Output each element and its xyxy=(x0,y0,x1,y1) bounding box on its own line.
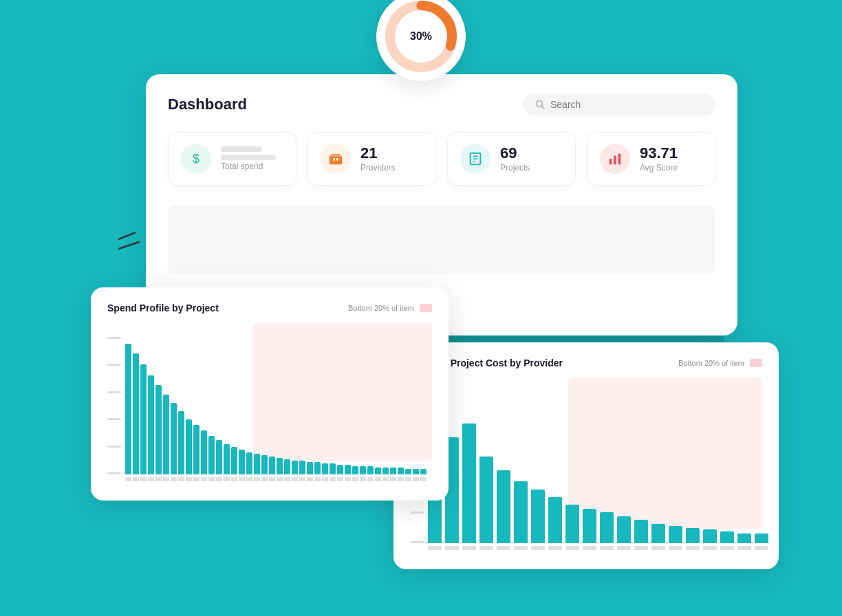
chart1-x-tick xyxy=(254,477,260,481)
svg-line-5 xyxy=(542,107,545,109)
chart2-x-tick xyxy=(445,546,459,550)
stat-info-providers: 21 Providers xyxy=(360,145,396,173)
chart1-x-tick xyxy=(224,477,230,481)
stat-value-projects: 69 xyxy=(500,145,530,162)
chart1-bar xyxy=(201,430,207,474)
chart2-x-tick xyxy=(686,546,700,550)
chart1-x-tick xyxy=(405,477,411,481)
chart2-x-tick xyxy=(428,546,442,550)
chart2-legend-label: Bottom 20% of item xyxy=(678,359,744,367)
svg-rect-14 xyxy=(609,159,612,164)
chart1-x-tick xyxy=(208,477,215,481)
chart2-bar xyxy=(720,531,734,543)
chart-spend-profile: Spend Profile by Project Bottom 20% of i… xyxy=(91,287,449,500)
chart1-bar xyxy=(193,425,199,474)
search-input[interactable] xyxy=(550,99,703,110)
chart2-x-tick xyxy=(600,546,614,550)
stat-icon-providers xyxy=(321,144,351,174)
donut-chart: 30% xyxy=(376,0,466,81)
stat-avg-score: 93.71 Avg Score xyxy=(587,132,715,186)
chart1-bar xyxy=(398,468,404,474)
chart1-legend: Bottom 20% of item xyxy=(348,304,432,312)
chart1-bar xyxy=(292,461,298,474)
svg-rect-7 xyxy=(332,154,341,157)
chart1-x-tick xyxy=(307,477,313,481)
chart1-bar xyxy=(420,469,427,474)
chart2-bar xyxy=(531,490,545,543)
donut-percentage: 30% xyxy=(410,30,432,43)
chart1-x-tick xyxy=(171,477,177,481)
chart1-bar xyxy=(413,469,419,474)
chart2-bar xyxy=(565,505,579,543)
stat-projects: 69 Projects xyxy=(447,132,576,186)
chart2-x-tick xyxy=(634,546,648,550)
stat-info-spend: Total spend xyxy=(221,146,276,171)
chart1-x-tick xyxy=(284,477,290,481)
chart2-x-ticks xyxy=(428,546,762,550)
stat-total-spend: $ Total spend xyxy=(168,132,296,186)
chart1-x-tick xyxy=(322,477,328,481)
chart2-bar xyxy=(634,520,648,543)
chart1-x-tick xyxy=(261,477,268,481)
chart1-x-tick xyxy=(413,477,419,481)
chart1-x-tick xyxy=(314,477,321,481)
chart1-x-tick xyxy=(330,477,336,481)
chart1-x-tick xyxy=(352,477,358,481)
chart2-x-tick xyxy=(497,546,510,550)
chart2-bar xyxy=(755,534,768,543)
stat-label-providers: Providers xyxy=(360,163,396,173)
chart1-bar xyxy=(186,419,192,474)
stat-info-avg-score: 93.71 Avg Score xyxy=(640,145,678,173)
chart1-bar xyxy=(382,468,389,474)
chart1-bar xyxy=(314,462,321,474)
chart1-x-tick xyxy=(337,477,343,481)
stat-icon-spend: $ xyxy=(181,144,211,174)
chart1-bar xyxy=(307,462,313,474)
stat-icon-avg-score xyxy=(600,144,630,174)
chart1-x-tick xyxy=(390,477,396,481)
stat-icon-projects xyxy=(460,144,490,174)
chart2-x-tick xyxy=(514,546,528,550)
chart1-x-tick xyxy=(382,477,389,481)
chart1-x-tick xyxy=(125,477,131,481)
chart2-x-tick xyxy=(479,546,493,550)
chart1-bar xyxy=(360,466,366,474)
chart1-bar xyxy=(277,458,283,474)
chart1-bar xyxy=(224,444,230,474)
chart1-x-tick xyxy=(178,477,184,481)
chart1-x-tick xyxy=(186,477,192,481)
svg-rect-16 xyxy=(618,154,621,165)
chart2-bar xyxy=(497,470,510,543)
chart1-bar xyxy=(405,469,411,474)
stat-info-projects: 69 Projects xyxy=(500,145,530,173)
chart-avg-cost: Average Project Cost by Provider Bottom … xyxy=(393,342,779,569)
chart2-x-tick xyxy=(651,546,665,550)
chart-preview-area xyxy=(168,205,715,274)
stat-label-projects: Projects xyxy=(500,163,530,173)
chart1-x-tick xyxy=(193,477,199,481)
chart2-bar xyxy=(686,528,700,543)
chart1-title: Spend Profile by Project xyxy=(107,302,219,314)
chart1-bar xyxy=(216,440,222,474)
chart1-x-tick xyxy=(155,477,162,481)
chart1-bar xyxy=(239,450,245,474)
chart2-x-tick xyxy=(548,546,562,550)
chart1-bar xyxy=(261,455,268,474)
chart2-bar xyxy=(548,497,562,543)
search-icon xyxy=(535,100,545,109)
chart1-x-tick xyxy=(277,477,283,481)
chart1-x-ticks xyxy=(125,477,432,481)
chart2-bar xyxy=(669,526,682,543)
chart1-x-tick xyxy=(246,477,252,481)
chart2-bars xyxy=(428,392,768,543)
chart1-bar xyxy=(375,468,381,474)
chart1-bar xyxy=(367,466,374,474)
chart2-x-tick xyxy=(755,546,768,550)
search-bar[interactable] xyxy=(523,94,715,116)
chart2-bar xyxy=(651,524,665,543)
chart2-x-tick xyxy=(462,546,476,550)
chart1-bar xyxy=(345,465,351,474)
chart1-legend-label: Bottom 20% of item xyxy=(348,304,414,312)
chart1-x-tick xyxy=(345,477,351,481)
stats-row: $ Total spend xyxy=(168,132,715,186)
